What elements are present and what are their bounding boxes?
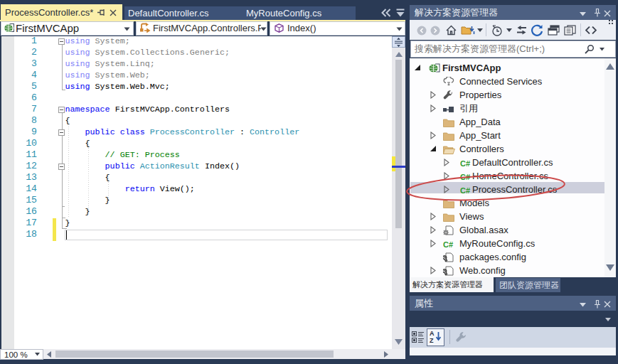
svg-text:C#: C# xyxy=(443,240,453,249)
svg-text:C#: C# xyxy=(460,159,470,168)
